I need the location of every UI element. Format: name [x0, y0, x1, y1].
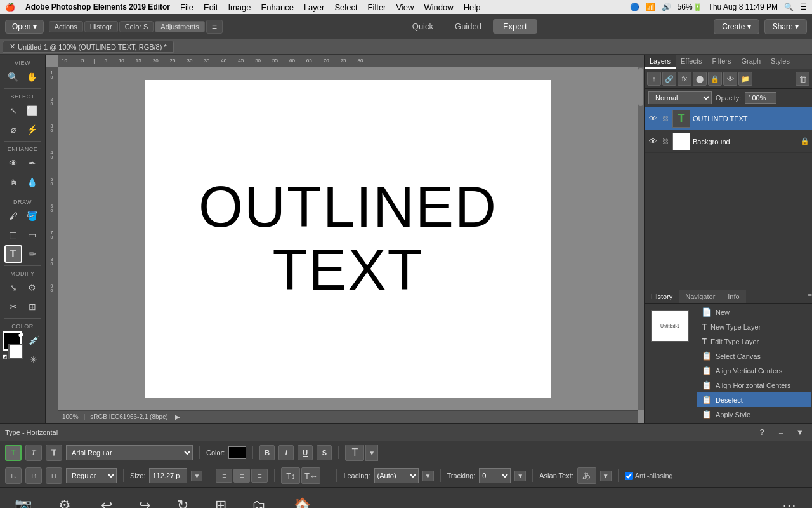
italic-btn[interactable]: I [278, 445, 294, 460]
shape-tool[interactable]: ▭ [23, 226, 41, 244]
color-panel-btn[interactable]: Color S [119, 21, 154, 32]
recompose-tool[interactable]: ⊞ [23, 298, 41, 316]
actions-panel-btn[interactable]: Actions [49, 21, 83, 32]
warp-options-btn[interactable]: ▼ [365, 444, 378, 461]
size-options-btn[interactable]: ▼ [191, 471, 202, 481]
align-left-btn[interactable]: ≡ [216, 469, 232, 483]
tab-history[interactable]: History [645, 290, 679, 303]
tab-graph[interactable]: Graph [736, 55, 766, 69]
expert-mode-tab[interactable]: Expert [493, 19, 537, 34]
red-eye-tool[interactable]: 👁 [4, 154, 22, 172]
caps-btn[interactable]: TT [46, 467, 62, 484]
history-item-new[interactable]: 📄 New [697, 305, 811, 319]
share-button[interactable]: Share ▾ [764, 19, 807, 34]
anti-alias-checkbox[interactable] [625, 472, 633, 480]
doc-tab-close[interactable]: ✕ [10, 43, 15, 51]
lasso-tool[interactable]: ⌀ [4, 121, 22, 138]
background-color[interactable] [8, 344, 23, 359]
align-center-btn[interactable]: ≡ [233, 469, 250, 483]
rotate-btn[interactable]: ↻ Rotate [164, 495, 202, 508]
guided-mode-tab[interactable]: Guided [445, 19, 492, 34]
transform-tool[interactable]: ⤡ [4, 279, 22, 297]
leading-options-btn[interactable]: ▼ [422, 471, 434, 481]
text-style-regular-btn[interactable]: T [5, 444, 22, 461]
tab-styles[interactable]: Styles [766, 55, 795, 69]
layer-lock-icon[interactable]: 🔒 [708, 72, 722, 86]
history-panel-expand[interactable]: ≡ [808, 290, 812, 303]
type-collapse-icon[interactable]: ▼ [793, 425, 807, 439]
select-menu[interactable]: Select [334, 3, 357, 12]
panel-options-btn[interactable]: ≡ [206, 20, 223, 34]
layer-delete-btn[interactable]: 🗑 [796, 72, 809, 86]
clone-stamp-tool[interactable]: 🖱 [4, 173, 22, 191]
file-menu[interactable]: File [180, 3, 193, 12]
layer-item-background[interactable]: 👁 ⛓ Background 🔒 [645, 130, 812, 153]
text-style-italic-btn[interactable]: T [25, 444, 42, 461]
layer-visibility-icon[interactable]: 👁 [723, 72, 737, 86]
layout-btn[interactable]: ⊞ Layout [202, 495, 240, 508]
crop-tool[interactable]: ✂ [4, 298, 22, 316]
text-warp-btn[interactable]: T [345, 444, 364, 461]
window-menu[interactable]: Window [424, 3, 453, 12]
organizer-btn[interactable]: 🗂 Organizer [240, 495, 278, 508]
underline-btn[interactable]: U [298, 445, 313, 460]
history-item-align-h[interactable]: 📋 Align Horizontal Centers [697, 378, 811, 392]
brush-tool[interactable]: 🖌 [4, 207, 22, 225]
help-menu[interactable]: Help [464, 3, 481, 12]
type-help-icon[interactable]: ? [755, 425, 769, 439]
quick-mode-tab[interactable]: Quick [402, 19, 443, 34]
font-size-input[interactable] [149, 468, 187, 483]
history-item-edit-type-layer[interactable]: T Edit Type Layer [697, 334, 811, 349]
leading-select[interactable]: (Auto) [374, 468, 419, 483]
asian-text-options-btn[interactable]: ▼ [600, 471, 612, 481]
status-arrow[interactable]: ▶ [175, 413, 180, 420]
hand-tool[interactable]: ✋ [23, 68, 41, 86]
color-picker-tool[interactable]: ✳ [25, 351, 43, 368]
scrollbar-thumb-v[interactable] [638, 68, 643, 106]
reset-colors-btn[interactable]: ◩ [3, 354, 8, 359]
layer-item-outlined-text[interactable]: 👁 ⛓ T OUTLINED TEXT [645, 107, 812, 130]
history-item-new-type-layer[interactable]: T New Type Layer [697, 319, 811, 334]
tab-info[interactable]: Info [721, 290, 745, 303]
bold-btn[interactable]: B [259, 445, 275, 460]
apple-menu[interactable]: 🍎 [5, 3, 15, 12]
histogram-panel-btn[interactable]: Histogr [84, 21, 118, 32]
layer-visibility-outlined[interactable]: 👁 [647, 113, 658, 124]
tab-navigator[interactable]: Navigator [679, 290, 721, 303]
layer-move-icon[interactable]: ↑ [647, 72, 661, 86]
blur-tool[interactable]: 💧 [23, 173, 41, 191]
layer-visibility-background[interactable]: 👁 [647, 136, 658, 147]
healing-tool[interactable]: ✒ [23, 154, 41, 172]
blend-mode-select[interactable]: Normal Multiply Screen Overlay [648, 91, 712, 104]
photo-bin-btn[interactable]: 📷 Photo Bin [4, 495, 42, 508]
swap-colors-btn[interactable]: ⇄ [18, 331, 23, 338]
paint-bucket-tool[interactable]: 🪣 [23, 207, 41, 225]
open-button[interactable]: Open ▾ [5, 20, 44, 34]
text-color-swatch[interactable] [228, 446, 246, 459]
layer-mask-icon[interactable]: ⬤ [693, 72, 707, 86]
layer-menu[interactable]: Layer [304, 3, 325, 12]
layer-fx-icon[interactable]: fx [678, 72, 691, 86]
vertical-text-btn[interactable]: T↕ [281, 467, 300, 484]
pencil-tool[interactable]: ✏ [23, 245, 41, 263]
tracking-options-btn[interactable]: ▼ [514, 471, 526, 481]
type-options-icon[interactable]: ≡ [774, 425, 788, 439]
align-right-btn[interactable]: ≡ [251, 469, 268, 483]
text-style-outline-btn[interactable]: T [46, 444, 62, 461]
more-btn[interactable]: ⋯ More [770, 495, 808, 508]
tab-effects[interactable]: Effects [676, 55, 707, 69]
filter-menu[interactable]: Filter [368, 3, 386, 12]
history-item-align-v[interactable]: 📋 Align Vertical Centers [697, 363, 811, 378]
vertical-scrollbar[interactable] [638, 67, 644, 410]
home-screen-btn[interactable]: 🏠 Home Screen [278, 495, 327, 508]
strikethrough-btn[interactable]: S [317, 445, 332, 460]
history-item-deselect[interactable]: 📋 Deselect [697, 392, 811, 407]
text-tool[interactable]: T [4, 245, 22, 263]
document-tab[interactable]: ✕ Untitled-1 @ 100% (OUTLINED TEXT, RGB/… [3, 41, 174, 53]
tool-options-btn[interactable]: ⚙ Tool Options [42, 495, 88, 508]
quick-select-tool[interactable]: ⚡ [23, 121, 41, 138]
canvas-viewport[interactable]: OUTLINED TEXT [58, 67, 638, 423]
tab-filters[interactable]: Filters [707, 55, 736, 69]
create-button[interactable]: Create ▾ [714, 19, 759, 34]
subscript-btn[interactable]: T↓ [5, 467, 22, 484]
